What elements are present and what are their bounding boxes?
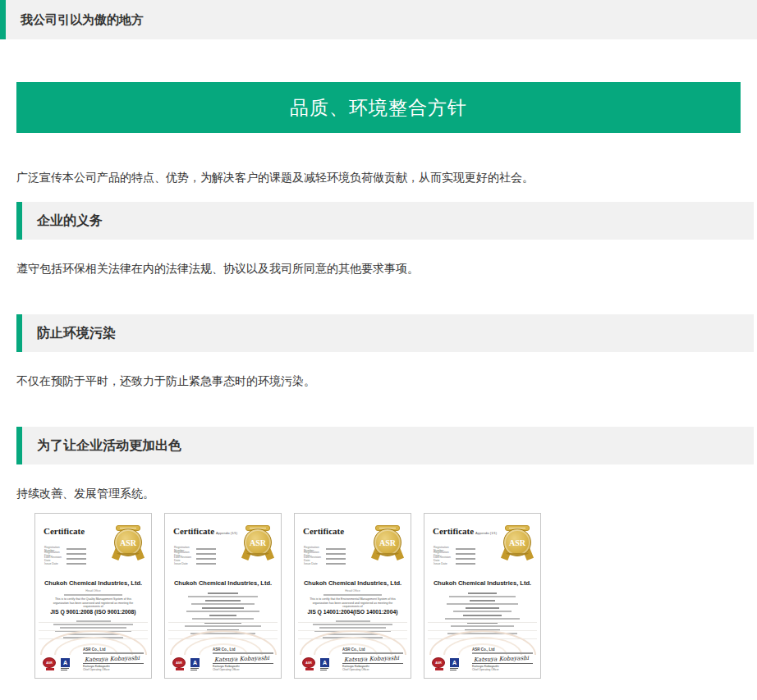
section-body: 不仅在预防于平时，还致力于防止紧急事态时的环境污染。	[16, 374, 741, 387]
certificate-iso14001-appendix[interactable]: CertificateAppendix (1/1) ASR Registrati…	[424, 513, 541, 679]
head-office-lines: Head Office	[295, 589, 411, 597]
section-better-activities: 为了让企业活动更加出色 持续改善、发展管理系统。	[0, 427, 757, 500]
issuer-block: ASR Co., Ltd Katsuya Kobayashi Katsuya K…	[83, 647, 144, 672]
asr-medal-icon: ASR	[502, 524, 532, 563]
section-body: 遵守包括环保相关法律在内的法律法规、协议以及我司所同意的其他要求事项。	[16, 262, 741, 275]
section-heading: 企业的义务	[37, 213, 103, 230]
standard-line: JIS Q 14001:2004(ISO 14001:2004)	[295, 609, 411, 615]
section-heading-bar: 为了让企业活动更加出色	[16, 427, 754, 464]
asr-crest-icon: ASR	[432, 657, 447, 671]
company-name: Chukoh Chemical Industries, Ltd.	[295, 579, 411, 587]
accreditation-mark-icon: A	[320, 658, 330, 671]
registration-scope-lines	[310, 619, 396, 640]
registration-meta: Registration Number Registration Date La…	[174, 547, 216, 566]
asr-medal-icon: ASR	[243, 524, 273, 563]
asr-crest-icon: ASR	[43, 657, 57, 671]
section-heading-bar: 企业的义务	[16, 202, 754, 240]
certificate-title: CertificateAppendix (1/1)	[433, 526, 497, 536]
policy-banner-title: 品质、环境整合方针	[290, 95, 467, 121]
signature: Katsuya Kobayashi	[214, 654, 273, 663]
certificate-title: Certificate	[44, 526, 85, 536]
certificate-footer: ASR A ASR Co., Ltd Katsuya Kobayashi Kat…	[432, 647, 533, 672]
certificate-footer: ASR A ASR Co., Ltd Katsuya Kobayashi Kat…	[172, 647, 273, 672]
issuer-block: ASR Co., Ltd Katsuya Kobayashi Katsuya K…	[342, 647, 403, 672]
section-heading: 为了让企业活动更加出色	[37, 437, 181, 455]
intro-paragraph: 广泛宣传本公司产品的特点、优势，为解决客户的课题及减轻环境负荷做贡献，从而实现更…	[16, 171, 741, 184]
section-heading: 防止环境污染	[37, 325, 116, 342]
certificate-footer: ASR A ASR Co., Ltd Katsuya Kobayashi Kat…	[43, 647, 144, 672]
asr-medal-icon: ASR	[373, 524, 402, 563]
certification-statement: This is to certify that the Quality Mana…	[47, 597, 140, 609]
issuer-block: ASR Co., Ltd Katsuya Kobayashi Katsuya K…	[213, 647, 273, 672]
certificate-title: CertificateAppendix (1/1)	[173, 526, 237, 536]
certificate-iso14001[interactable]: Certificate ASR Registration Number Regi…	[294, 513, 411, 679]
registration-meta: Registration Number Registration Date La…	[434, 547, 475, 566]
policy-banner: 品质、环境整合方针	[16, 82, 741, 133]
certificate-footer: ASR A ASR Co., Ltd Katsuya Kobayashi Kat…	[302, 647, 403, 672]
signature: Katsuya Kobayashi	[344, 654, 403, 663]
section-pollution-prevention: 防止环境污染 不仅在预防于平时，还致力于防止紧急事态时的环境污染。	[0, 314, 757, 387]
office-list-lines	[178, 591, 268, 637]
accreditation-mark-icon: A	[61, 658, 71, 671]
issuer-block: ASR Co., Ltd Katsuya Kobayashi Katsuya K…	[472, 647, 533, 672]
company-name: Chukoh Chemical Industries, Ltd.	[165, 579, 281, 587]
company-name: Chukoh Chemical Industries, Ltd.	[35, 579, 151, 587]
accreditation-mark-icon: A	[450, 658, 460, 671]
company-name: Chukoh Chemical Industries, Ltd.	[424, 579, 540, 587]
office-list-lines	[438, 591, 527, 637]
certificate-gallery: Certificate ASR Registration Number Regi…	[34, 513, 757, 679]
asr-crest-icon: ASR	[302, 657, 317, 671]
standard-line: JIS Q 9001:2008 (ISO 9001:2008)	[35, 609, 151, 615]
section-corporate-duty: 企业的义务 遵守包括环保相关法律在内的法律法规、协议以及我司所同意的其他要求事项…	[0, 202, 757, 275]
section-heading-bar: 防止环境污染	[16, 314, 754, 352]
registration-scope-lines	[50, 619, 136, 640]
page-header: 我公司引以为傲的地方	[0, 0, 757, 39]
certificate-title: Certificate	[303, 526, 344, 536]
asr-crest-icon: ASR	[172, 657, 187, 671]
certificate-iso9001-appendix[interactable]: CertificateAppendix (1/1) ASR Registrati…	[164, 513, 282, 679]
signature: Katsuya Kobayashi	[85, 654, 144, 663]
section-body: 持续改善、发展管理系统。	[16, 487, 741, 500]
registration-meta: Registration Number Registration Date La…	[304, 547, 346, 566]
page-title: 我公司引以为傲的地方	[21, 12, 144, 28]
certificate-iso9001[interactable]: Certificate ASR Registration Number Regi…	[34, 513, 152, 679]
registration-meta: Registration Number Registration Date La…	[44, 547, 86, 566]
certification-statement: This is to certify that the Environmenta…	[306, 597, 399, 609]
asr-medal-icon: ASR	[113, 524, 143, 563]
accreditation-mark-icon: A	[190, 658, 200, 671]
signature: Katsuya Kobayashi	[474, 654, 533, 663]
head-office-lines: Head Office	[35, 589, 151, 597]
